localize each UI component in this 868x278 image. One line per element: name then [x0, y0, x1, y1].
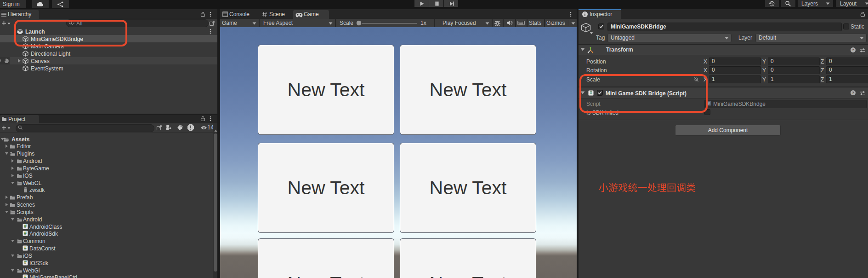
svg-text:#: # [24, 224, 27, 229]
svg-text:?: ? [852, 48, 854, 52]
svg-text:#: # [24, 245, 27, 250]
svg-text:#: # [24, 260, 27, 265]
svg-text:?: ? [852, 91, 854, 95]
svg-text:#: # [24, 231, 27, 236]
svg-text:#: # [708, 101, 710, 106]
svg-text:#: # [24, 274, 27, 278]
